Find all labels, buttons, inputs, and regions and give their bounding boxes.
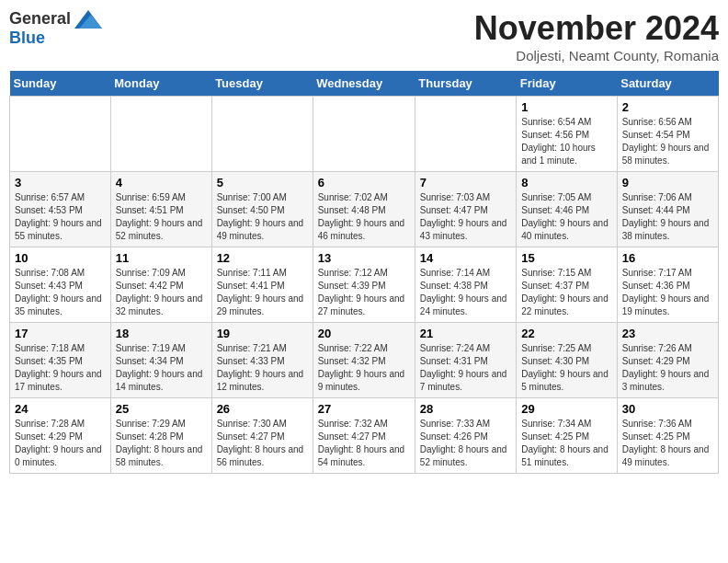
day-number: 15 [521,251,611,265]
day-cell: 15Sunrise: 7:15 AM Sunset: 4:37 PM Dayli… [517,247,617,323]
day-number: 13 [318,251,410,265]
day-info: Sunrise: 7:12 AM Sunset: 4:39 PM Dayligh… [318,267,410,318]
day-cell: 8Sunrise: 7:05 AM Sunset: 4:46 PM Daylig… [517,172,617,247]
day-number: 5 [217,176,308,190]
day-info: Sunrise: 7:14 AM Sunset: 4:38 PM Dayligh… [420,267,511,318]
day-info: Sunrise: 7:32 AM Sunset: 4:27 PM Dayligh… [318,418,410,469]
day-info: Sunrise: 7:06 AM Sunset: 4:44 PM Dayligh… [622,191,713,243]
day-info: Sunrise: 7:34 AM Sunset: 4:25 PM Dayligh… [521,418,611,469]
header-row: SundayMondayTuesdayWednesdayThursdayFrid… [10,71,719,97]
day-number: 8 [521,176,611,190]
day-info: Sunrise: 6:59 AM Sunset: 4:51 PM Dayligh… [116,191,207,243]
header-day-wednesday: Wednesday [313,71,415,97]
day-info: Sunrise: 7:05 AM Sunset: 4:46 PM Dayligh… [521,191,611,243]
day-cell: 13Sunrise: 7:12 AM Sunset: 4:39 PM Dayli… [313,247,415,323]
day-number: 30 [622,402,713,416]
day-cell [110,97,211,172]
day-cell: 1Sunrise: 6:54 AM Sunset: 4:56 PM Daylig… [517,97,617,172]
header-day-saturday: Saturday [617,71,718,97]
day-cell: 24Sunrise: 7:28 AM Sunset: 4:29 PM Dayli… [10,398,111,474]
day-number: 4 [116,176,207,190]
day-cell [415,97,516,172]
day-cell [10,97,111,172]
day-info: Sunrise: 7:30 AM Sunset: 4:27 PM Dayligh… [217,418,308,469]
day-number: 17 [15,327,106,340]
day-info: Sunrise: 7:15 AM Sunset: 4:37 PM Dayligh… [521,267,611,318]
day-cell: 11Sunrise: 7:09 AM Sunset: 4:42 PM Dayli… [110,247,211,323]
day-info: Sunrise: 7:36 AM Sunset: 4:25 PM Dayligh… [622,418,713,469]
logo: General Blue [9,9,102,48]
month-title: November 2024 [474,9,719,48]
day-cell: 19Sunrise: 7:21 AM Sunset: 4:33 PM Dayli… [211,323,313,398]
day-cell: 23Sunrise: 7:26 AM Sunset: 4:29 PM Dayli… [617,323,718,398]
week-row-1: 1Sunrise: 6:54 AM Sunset: 4:56 PM Daylig… [10,97,719,172]
day-number: 7 [420,176,511,190]
day-cell: 5Sunrise: 7:00 AM Sunset: 4:50 PM Daylig… [211,172,313,247]
day-cell: 30Sunrise: 7:36 AM Sunset: 4:25 PM Dayli… [617,398,718,474]
day-cell: 16Sunrise: 7:17 AM Sunset: 4:36 PM Dayli… [617,247,718,323]
day-info: Sunrise: 7:28 AM Sunset: 4:29 PM Dayligh… [15,418,106,469]
day-cell [313,97,415,172]
day-cell: 21Sunrise: 7:24 AM Sunset: 4:31 PM Dayli… [415,323,516,398]
calendar-header: SundayMondayTuesdayWednesdayThursdayFrid… [10,71,719,97]
day-number: 27 [318,402,410,416]
day-number: 25 [116,402,207,416]
day-info: Sunrise: 7:24 AM Sunset: 4:31 PM Dayligh… [420,342,511,394]
day-info: Sunrise: 7:19 AM Sunset: 4:34 PM Dayligh… [116,342,207,394]
day-info: Sunrise: 7:29 AM Sunset: 4:28 PM Dayligh… [116,418,207,469]
day-number: 3 [15,176,106,190]
day-number: 2 [622,100,713,114]
day-info: Sunrise: 7:09 AM Sunset: 4:42 PM Dayligh… [116,267,207,318]
day-info: Sunrise: 7:17 AM Sunset: 4:36 PM Dayligh… [622,267,713,318]
day-info: Sunrise: 6:57 AM Sunset: 4:53 PM Dayligh… [15,191,106,243]
week-row-3: 10Sunrise: 7:08 AM Sunset: 4:43 PM Dayli… [10,247,719,323]
day-number: 6 [318,176,410,190]
day-number: 28 [420,402,511,416]
day-info: Sunrise: 7:21 AM Sunset: 4:33 PM Dayligh… [217,342,308,394]
day-info: Sunrise: 7:02 AM Sunset: 4:48 PM Dayligh… [318,191,410,243]
day-number: 16 [622,251,713,265]
day-cell: 28Sunrise: 7:33 AM Sunset: 4:26 PM Dayli… [415,398,516,474]
day-cell [211,97,313,172]
day-number: 14 [420,251,511,265]
day-info: Sunrise: 7:18 AM Sunset: 4:35 PM Dayligh… [15,342,106,394]
day-number: 21 [420,327,511,340]
calendar-body: 1Sunrise: 6:54 AM Sunset: 4:56 PM Daylig… [10,97,719,474]
day-number: 12 [217,251,308,265]
day-cell: 12Sunrise: 7:11 AM Sunset: 4:41 PM Dayli… [211,247,313,323]
day-cell: 26Sunrise: 7:30 AM Sunset: 4:27 PM Dayli… [211,398,313,474]
day-cell: 6Sunrise: 7:02 AM Sunset: 4:48 PM Daylig… [313,172,415,247]
day-cell: 7Sunrise: 7:03 AM Sunset: 4:47 PM Daylig… [415,172,516,247]
day-number: 9 [622,176,713,190]
header-day-tuesday: Tuesday [211,71,313,97]
logo-general-text: General [9,9,71,29]
day-number: 1 [521,100,611,114]
header-day-friday: Friday [517,71,617,97]
day-number: 29 [521,402,611,416]
header: General Blue November 2024 Doljesti, Nea… [9,9,719,63]
subtitle: Doljesti, Neamt County, Romania [474,48,719,63]
day-info: Sunrise: 7:25 AM Sunset: 4:30 PM Dayligh… [521,342,611,394]
day-number: 22 [521,327,611,340]
header-day-sunday: Sunday [10,71,111,97]
day-cell: 9Sunrise: 7:06 AM Sunset: 4:44 PM Daylig… [617,172,718,247]
day-number: 26 [217,402,308,416]
day-number: 10 [15,251,106,265]
day-cell: 3Sunrise: 6:57 AM Sunset: 4:53 PM Daylig… [10,172,111,247]
day-number: 23 [622,327,713,340]
day-info: Sunrise: 7:08 AM Sunset: 4:43 PM Dayligh… [15,267,106,318]
day-info: Sunrise: 6:54 AM Sunset: 4:56 PM Dayligh… [521,116,611,167]
header-day-thursday: Thursday [415,71,516,97]
day-cell: 18Sunrise: 7:19 AM Sunset: 4:34 PM Dayli… [110,323,211,398]
logo-icon [74,10,102,29]
day-info: Sunrise: 7:03 AM Sunset: 4:47 PM Dayligh… [420,191,511,243]
title-area: November 2024 Doljesti, Neamt County, Ro… [474,9,719,63]
day-cell: 25Sunrise: 7:29 AM Sunset: 4:28 PM Dayli… [110,398,211,474]
day-info: Sunrise: 6:56 AM Sunset: 4:54 PM Dayligh… [622,116,713,167]
logo-blue-text: Blue [9,29,45,48]
day-info: Sunrise: 7:11 AM Sunset: 4:41 PM Dayligh… [217,267,308,318]
day-number: 20 [318,327,410,340]
day-info: Sunrise: 7:33 AM Sunset: 4:26 PM Dayligh… [420,418,511,469]
day-number: 24 [15,402,106,416]
calendar-table: SundayMondayTuesdayWednesdayThursdayFrid… [9,71,719,474]
